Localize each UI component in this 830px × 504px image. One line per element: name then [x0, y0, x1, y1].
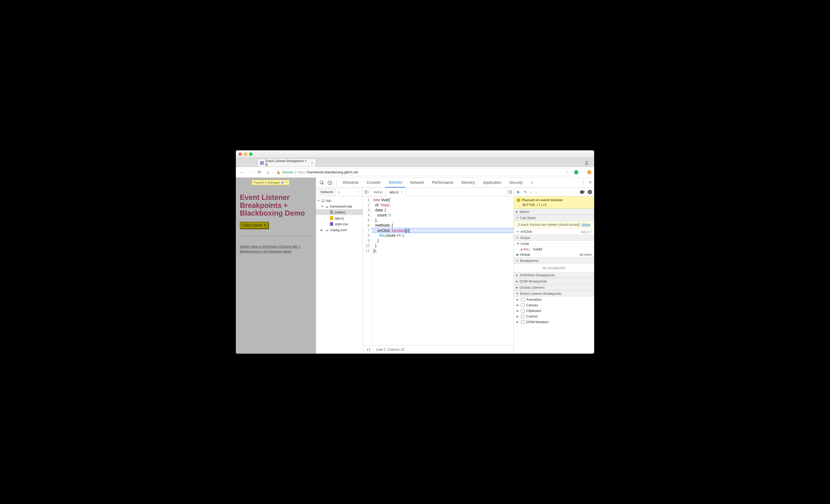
elb-checkbox[interactable]	[521, 315, 524, 318]
elb-category[interactable]: ▶Control	[514, 314, 594, 319]
navigator-tab-network[interactable]: Network	[318, 189, 336, 195]
macos-minimize-dot[interactable]	[244, 153, 247, 156]
device-toggle-icon[interactable]	[327, 180, 333, 186]
tab-application[interactable]: Application	[480, 178, 505, 187]
step-over-button[interactable]: ↷	[523, 190, 527, 194]
editor-status-bar: {} Line 7, Column 22	[363, 345, 514, 354]
home-button[interactable]: ⌂	[264, 169, 271, 176]
scope-this[interactable]: ▶this: Vue$3	[514, 247, 594, 252]
file-tree[interactable]: ▼top▼☁framework-bla(index)app.jsstyle.cs…	[316, 196, 362, 354]
code-editor[interactable]: 1234567891011 new Vue({ el: '#app', data…	[363, 196, 514, 345]
toggle-debugger-icon[interactable]	[506, 188, 514, 196]
section-watch[interactable]: ▶Watch	[514, 209, 594, 215]
navigator-more-icon[interactable]: »	[338, 190, 340, 194]
url-host: framework-blackboxing.glitch.me	[308, 170, 358, 174]
file-tree-node[interactable]: app.js	[316, 215, 362, 221]
elb-list: ▶Animation▶Canvas▶Clipboard▶Control▶DOM …	[514, 297, 594, 325]
extension-green-icon[interactable]	[574, 170, 578, 175]
address-bar: ← → ⟳ ⌂ 🔒 Secure | https:// framework-bl…	[236, 167, 594, 178]
step-out-button[interactable]: ↑	[535, 190, 537, 194]
blackbox-note: 3 stack frames are hidden (black-boxed).…	[514, 221, 594, 228]
file-tree-node[interactable]: style.css	[316, 221, 362, 227]
section-global-listeners[interactable]: ▶Global Listeners	[514, 284, 594, 290]
file-tree-node[interactable]: ▶☁unpkg.com	[316, 227, 362, 233]
file-tree-node[interactable]: ▼top	[316, 197, 362, 203]
resume-button[interactable]	[516, 190, 520, 194]
section-callstack[interactable]: ▼Call Stack	[514, 215, 594, 221]
browser-tabstrip: Event Listener Breakpoints + B ×	[236, 158, 594, 167]
editor-tab-close-icon[interactable]: ×	[401, 190, 403, 194]
elb-category[interactable]: ▶DOM Mutation	[514, 319, 594, 325]
toggle-navigator-icon[interactable]	[363, 188, 370, 196]
editor-tab-app[interactable]: app.js×	[386, 188, 406, 196]
extension-yellow-icon[interactable]	[587, 170, 592, 175]
elb-category[interactable]: ▶Clipboard	[514, 308, 594, 314]
profile-icon[interactable]	[584, 160, 589, 165]
scope-global[interactable]: ▶GlobalWindow	[514, 252, 594, 258]
devtools-kebab-icon[interactable]: ⋮	[581, 180, 585, 185]
elb-checkbox[interactable]	[521, 298, 524, 302]
pause-on-exceptions-button[interactable]: ||	[588, 190, 592, 194]
tab-console[interactable]: Console	[363, 178, 383, 187]
devtools-body: Network » ⋮ ▼top▼☁framework-bla(index)ap…	[316, 188, 594, 354]
elb-checkbox[interactable]	[521, 303, 524, 307]
resume-icon[interactable]: ▶	[282, 181, 284, 184]
url-field[interactable]: 🔒 Secure | https:// framework-blackboxin…	[273, 168, 573, 176]
devtools-tabs: Elements Console Sources Network Perform…	[316, 178, 594, 188]
info-icon: i	[517, 198, 520, 202]
sources-navigator: Network » ⋮ ▼top▼☁framework-bla(index)ap…	[316, 188, 363, 354]
editor-tabs: vue.js app.js×	[363, 188, 514, 196]
scope-local[interactable]: ▼Local	[514, 241, 594, 247]
macos-zoom-dot[interactable]	[249, 153, 252, 156]
forward-button[interactable]: →	[247, 169, 254, 176]
line-gutter: 1234567891011	[363, 196, 372, 345]
tab-elements[interactable]: Elements	[340, 178, 362, 187]
navigator-kebab-icon[interactable]: ⋮	[357, 190, 360, 194]
devtools-close-icon[interactable]: ×	[589, 180, 592, 185]
devtools: Elements Console Sources Network Perform…	[316, 178, 594, 354]
elb-category[interactable]: ▶Canvas	[514, 302, 594, 308]
editor-tab-vue[interactable]: vue.js	[370, 188, 386, 196]
pretty-print-icon[interactable]: {}	[366, 347, 371, 351]
tab-sources[interactable]: Sources	[385, 178, 405, 188]
elb-checkbox[interactable]	[521, 320, 524, 324]
section-breakpoints[interactable]: ▼Breakpoints	[514, 258, 594, 264]
step-over-icon[interactable]: ↷	[285, 181, 288, 184]
section-xhr-breakpoints[interactable]: ▶XHR/fetch Breakpoints	[514, 272, 594, 278]
tab-performance[interactable]: Performance	[428, 178, 456, 187]
file-tree-node[interactable]: ▼☁framework-bla	[316, 203, 362, 209]
file-tree-node[interactable]: (index)	[316, 209, 362, 215]
lock-icon: 🔒	[276, 170, 281, 174]
paused-banner: iPaused on event listener BUTTON.click	[514, 196, 594, 209]
bookmark-star-icon[interactable]: ☆	[566, 170, 569, 174]
tab-memory[interactable]: Memory	[458, 178, 478, 187]
deactivate-breakpoints-button[interactable]	[580, 190, 584, 194]
inspect-icon[interactable]	[319, 180, 325, 186]
elb-category[interactable]: ▶Animation	[514, 297, 594, 302]
section-scope[interactable]: ▼Scope	[514, 234, 594, 241]
cursor-position: Line 7, Column 22	[376, 347, 405, 351]
no-breakpoints-label: No breakpoints	[514, 264, 594, 272]
svg-point-0	[586, 161, 588, 163]
browser-tab[interactable]: Event Listener Breakpoints + B ×	[257, 159, 316, 167]
reload-button[interactable]: ⟳	[256, 169, 263, 176]
back-button[interactable]: ←	[238, 169, 246, 176]
tab-security[interactable]: Security	[506, 178, 526, 187]
blackbox-show-link[interactable]: Show	[582, 223, 590, 227]
tab-close-icon[interactable]: ×	[311, 161, 313, 165]
browser-window: Event Listener Breakpoints + B × ← → ⟳ ⌂…	[236, 150, 594, 354]
navigator-tabs: Network » ⋮	[316, 188, 362, 196]
tab-network[interactable]: Network	[407, 178, 427, 187]
step-into-button[interactable]: ↓	[530, 190, 532, 194]
addr-extensions: ⋯	[574, 169, 592, 175]
section-dom-breakpoints[interactable]: ▶DOM Breakpoints	[514, 278, 594, 284]
svg-rect-3	[330, 182, 332, 184]
macos-close-dot[interactable]	[238, 153, 242, 156]
extension-dots-icon[interactable]: ⋯	[580, 169, 585, 175]
tab-more[interactable]: »	[528, 178, 536, 187]
url-protocol: https://	[297, 170, 308, 174]
editor-column: vue.js app.js× 1234567891011 new Vue({ e…	[363, 188, 514, 354]
stack-frame[interactable]: ➔ onClick app.js:7	[514, 228, 594, 234]
section-event-listener-breakpoints[interactable]: ▼Event Listener Breakpoints	[514, 290, 594, 297]
elb-checkbox[interactable]	[521, 309, 524, 313]
